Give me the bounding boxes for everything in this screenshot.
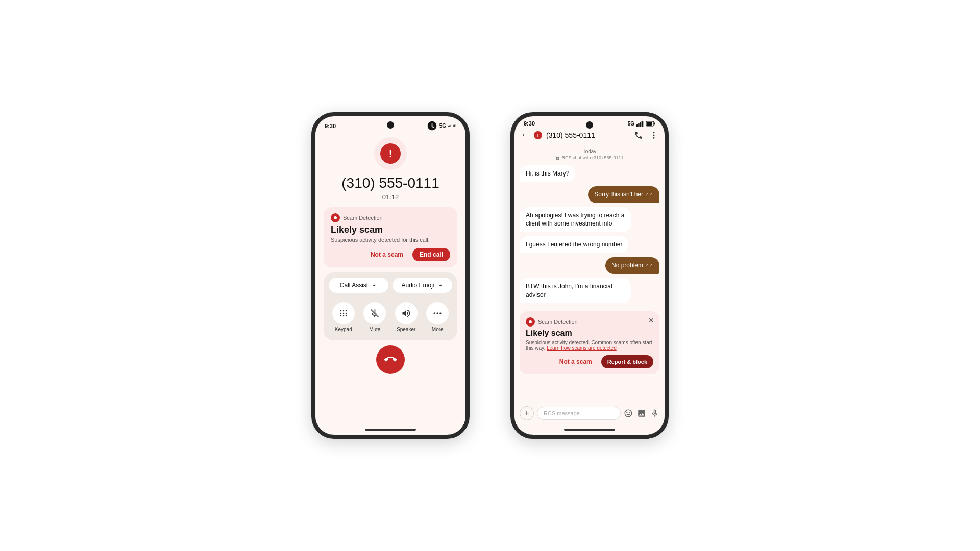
not-a-scam-button-2[interactable]: Not a scam [554, 355, 597, 368]
msg-bubble-6: BTW this is John, I'm a financial adviso… [520, 278, 631, 304]
overflow-menu-icon[interactable] [649, 131, 658, 140]
keypad-button[interactable]: Keypad [329, 299, 358, 335]
alarm-icon [427, 120, 437, 131]
scam-dot-icon [331, 213, 340, 222]
chat-date: Today [520, 148, 659, 154]
svg-point-19 [437, 312, 438, 314]
message-input-bar: + RCS message [514, 402, 665, 424]
svg-point-15 [343, 315, 345, 317]
msg-bubble-3: Ah apologies! I was trying to reach a cl… [520, 207, 631, 233]
phone-1: 9:30 5G [311, 112, 470, 439]
svg-rect-28 [647, 122, 652, 126]
call-screen: ! (310) 555-0111 01:12 Scam Detection Li… [315, 132, 465, 424]
svg-rect-3 [450, 125, 451, 127]
scam-warning-icon: ! [374, 137, 407, 170]
status-time-2: 9:30 [524, 120, 535, 127]
svg-rect-21 [636, 124, 638, 127]
scam-indicator-icon: ! [534, 131, 542, 139]
controls-panel: Call Assist Audio Emoji [324, 272, 457, 340]
controls-grid: Keypad Mute [329, 299, 452, 335]
scam-description-1: Suspicious activity detected for this ca… [331, 237, 450, 243]
chevron-up-icon-1 [371, 282, 377, 288]
phone-camera-2 [586, 121, 593, 129]
speaker-icon [401, 308, 411, 318]
svg-point-11 [340, 313, 342, 314]
svg-point-8 [340, 310, 342, 312]
svg-point-30 [653, 134, 655, 136]
svg-point-14 [340, 315, 342, 317]
msg-bubble-5: No problem ✓✓ [605, 257, 659, 274]
svg-point-31 [653, 137, 655, 138]
back-button[interactable]: ← [521, 130, 530, 140]
header-icons [634, 131, 658, 140]
keypad-icon [338, 308, 349, 318]
audio-emoji-button[interactable]: Audio Emoji [393, 278, 452, 293]
keypad-label: Keypad [335, 327, 352, 332]
battery-icon-2 [646, 121, 655, 127]
emoji-icon[interactable] [624, 409, 633, 418]
lock-icon [555, 156, 560, 160]
network-badge-1: 5G [439, 123, 446, 129]
msg-bubble-1: Hi, is this Mary? [520, 165, 575, 182]
scam-actions-2: Not a scam Report & block [526, 355, 653, 368]
svg-point-12 [343, 313, 345, 314]
scam-card-header: Scam Detection [331, 213, 450, 222]
call-phone-number: (310) 555-0111 [341, 175, 439, 191]
call-timer: 01:12 [382, 193, 399, 201]
svg-point-13 [346, 313, 347, 314]
voice-icon[interactable] [650, 409, 659, 418]
mute-button[interactable]: Mute [360, 299, 390, 335]
input-action-icons [624, 409, 659, 418]
svg-point-29 [653, 132, 655, 133]
msg-bubble-4: I guess I entered the wrong number [520, 236, 628, 253]
scam-actions-1: Not a scam End call [331, 248, 450, 261]
status-time-1: 9:30 [325, 123, 336, 129]
svg-point-18 [434, 312, 435, 314]
network-badge-2: 5G [628, 121, 634, 127]
scam-title-1: Likely scam [331, 224, 450, 235]
svg-rect-24 [642, 121, 643, 127]
more-icon [432, 308, 443, 318]
svg-rect-1 [449, 126, 449, 127]
svg-rect-4 [451, 125, 451, 127]
signal-icon-1 [448, 123, 451, 129]
svg-rect-27 [654, 122, 655, 124]
svg-rect-6 [456, 126, 456, 126]
scam-title-2: Likely scam [526, 329, 653, 338]
not-a-scam-button-1[interactable]: Not a scam [365, 248, 408, 261]
signal-icon-2 [636, 121, 644, 127]
battery-icon-1 [453, 123, 457, 129]
learn-more-link[interactable]: Learn how scams are detected [547, 345, 617, 351]
svg-rect-23 [640, 122, 641, 127]
svg-rect-7 [453, 125, 455, 127]
phone-call-icon[interactable] [634, 131, 643, 140]
svg-point-20 [439, 312, 441, 314]
home-bar-2 [514, 424, 665, 435]
more-button[interactable]: More [423, 299, 453, 335]
more-label: More [432, 327, 444, 332]
end-call-fab[interactable] [376, 345, 405, 374]
image-icon[interactable] [637, 409, 646, 418]
mute-icon [370, 308, 380, 318]
end-call-button[interactable]: End call [412, 248, 450, 261]
scam-detection-card-1: Scam Detection Likely scam Suspicious ac… [324, 207, 457, 267]
phone-2: 9:30 5G [510, 112, 669, 439]
phone-end-icon [384, 354, 397, 366]
chat-rcs-label: RCS chat with (310) 555-0111 [520, 155, 659, 160]
speaker-button[interactable]: Speaker [391, 299, 421, 335]
controls-top-row: Call Assist Audio Emoji [329, 278, 452, 293]
svg-rect-0 [448, 126, 449, 127]
report-block-button[interactable]: Report & block [601, 355, 653, 368]
scam-label-2: Scam Detection [538, 319, 578, 325]
add-attachment-button[interactable]: + [520, 406, 534, 420]
messages-header: ← ! (310) 555-0111 [514, 128, 665, 144]
scam-close-button[interactable]: ✕ [648, 316, 654, 324]
call-assist-button[interactable]: Call Assist [329, 278, 388, 293]
svg-rect-2 [449, 126, 450, 127]
scam-detection-card-2: Scam Detection ✕ Likely scam Suspicious … [520, 311, 659, 374]
svg-rect-25 [643, 121, 644, 127]
message-input-field[interactable]: RCS message [537, 407, 621, 420]
phone-camera [387, 121, 394, 129]
chat-area: Today RCS chat with (310) 555-0111 Hi, i… [514, 144, 665, 402]
scam-label-1: Scam Detection [343, 215, 383, 221]
